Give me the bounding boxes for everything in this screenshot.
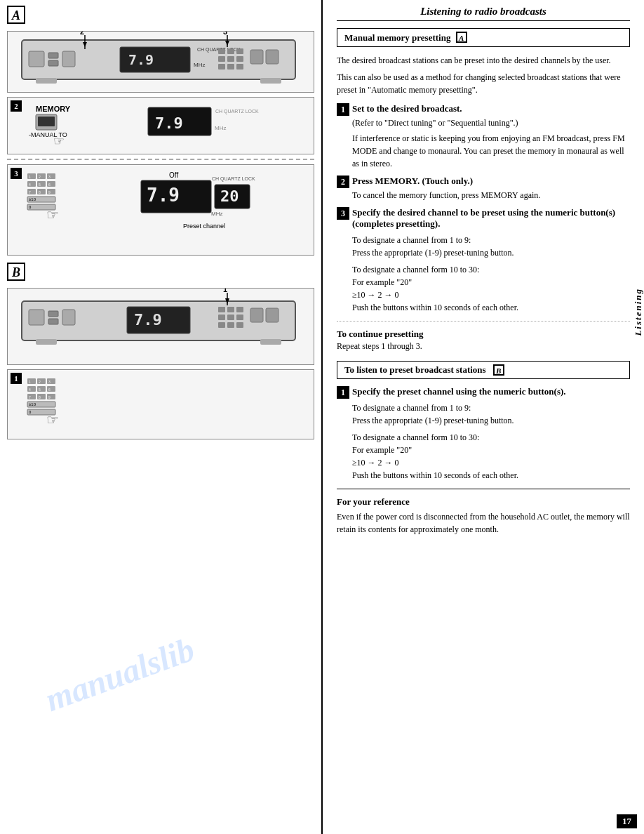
- page-title: Listening to radio broadcasts: [337, 0, 630, 21]
- step1-note1: (Refer to "Direct tuning" or "Sequential…: [352, 117, 630, 129]
- svg-rect-10: [227, 48, 234, 54]
- continue-text: Repeat steps 1 through 3.: [337, 340, 630, 352]
- svg-text:Off: Off: [169, 171, 178, 179]
- intro-text-1: The desired broadcast stations can be pr…: [337, 54, 630, 67]
- svg-text:≥10: ≥10: [29, 402, 36, 406]
- svg-text:MHz: MHz: [194, 62, 205, 68]
- section-a-badge: A: [456, 32, 467, 43]
- svg-rect-9: [218, 48, 225, 54]
- for-reference-section: For your reference Even if the power cor…: [337, 496, 630, 536]
- svg-text:4: 4: [29, 183, 31, 187]
- svg-rect-82: [227, 322, 234, 328]
- device-illustration-top: 7.9 CH QUARTZ LOCK MHz 2: [7, 31, 314, 93]
- svg-rect-71: [48, 319, 58, 324]
- svg-text:6: 6: [48, 388, 51, 392]
- svg-rect-72: [62, 310, 75, 325]
- svg-rect-76: [227, 307, 234, 312]
- radio-svg-top: 7.9 CH QUARTZ LOCK MHz 2: [8, 32, 309, 88]
- step2-badge: 2: [11, 100, 22, 112]
- svg-text:☞: ☞: [46, 207, 59, 223]
- svg-rect-85: [266, 308, 279, 322]
- step2-title: Press MEMORY. (Touch only.): [352, 176, 630, 187]
- step3-ch1-9-text: Press the appropriate (1-9) preset-tunin…: [352, 246, 630, 259]
- step1b-illustration: 1 1 2 3 4 5 6 7 8 9 ≥10 0 ☞: [7, 369, 314, 439]
- svg-rect-3: [48, 60, 58, 66]
- step3-illustration: 3 1 2 3 4 5 6 7 8 9 ≥10 0: [7, 164, 314, 256]
- step-b1-content: Specify the preset channel using the num…: [352, 386, 630, 482]
- section-a-label: A: [7, 6, 25, 24]
- step3-title: Specify the desired channel to be preset…: [352, 207, 630, 230]
- section-b-header: To listen to preset broadcast stations B: [337, 361, 630, 379]
- svg-text:7: 7: [29, 190, 31, 194]
- step1-content: Set to the desired broadcast. (Refer to …: [352, 103, 630, 170]
- section-a-title: Manual memory presetting: [344, 32, 450, 43]
- section-a-header: Manual memory presetting A: [337, 28, 630, 47]
- svg-text:20: 20: [220, 187, 239, 205]
- step-b1-ch10-30-note: Push the buttons within 10 seconds of ea…: [352, 469, 630, 482]
- svg-rect-4: [62, 51, 75, 67]
- svg-rect-19: [266, 50, 279, 64]
- svg-rect-70: [48, 311, 58, 317]
- step1b-badge: 1: [11, 373, 22, 384]
- svg-text:5: 5: [39, 183, 41, 187]
- step-b1-ch10-30-formula: ≥10 → 2 → 0: [352, 456, 630, 469]
- listening-sidebar: Listening: [631, 267, 644, 357]
- step3-ch10-30-note: Push the buttons within 10 seconds of ea…: [352, 301, 630, 314]
- step2-row: 2 Press MEMORY. (Touch only.) To cancel …: [337, 176, 630, 201]
- svg-text:1: 1: [29, 380, 31, 384]
- svg-text:7.9: 7.9: [155, 114, 183, 132]
- svg-rect-81: [218, 322, 225, 328]
- page-number: 17: [617, 814, 637, 828]
- svg-text:9: 9: [48, 190, 51, 194]
- svg-rect-69: [29, 310, 44, 325]
- section-b-badge: B: [493, 364, 504, 376]
- step3-ch1-9-title: To designate a channel from 1 to 9:: [352, 234, 630, 246]
- dashed-separator-1: [7, 159, 314, 160]
- step1-row: 1 Set to the desired broadcast. (Refer t…: [337, 103, 630, 170]
- svg-text:Preset channel: Preset channel: [183, 223, 225, 230]
- ref-title: For your reference: [337, 496, 630, 508]
- svg-text:≥10: ≥10: [29, 197, 36, 201]
- step1b-svg: 1 2 3 4 5 6 7 8 9 ≥10 0 ☞: [8, 370, 302, 437]
- svg-text:CH   QUARTZ  LOCK: CH QUARTZ LOCK: [215, 109, 259, 114]
- svg-text:☞: ☞: [46, 412, 59, 428]
- continue-section: To continue presetting Repeat steps 1 th…: [337, 329, 630, 352]
- ref-separator: [337, 489, 630, 489]
- step3-badge: 3: [11, 168, 22, 179]
- svg-rect-1: [29, 51, 44, 67]
- svg-text:4: 4: [29, 388, 31, 392]
- svg-rect-12: [218, 56, 225, 62]
- svg-text:☞: ☞: [53, 134, 65, 148]
- step-b1-ch10-30-example: For example "20": [352, 444, 630, 456]
- svg-rect-11: [236, 48, 243, 54]
- step-b1-ch10-30-title: To designate a channel form 10 to 30:: [352, 431, 630, 444]
- step3-num: 3: [337, 207, 349, 220]
- svg-rect-75: [218, 307, 225, 312]
- svg-text:2: 2: [39, 380, 41, 384]
- svg-text:8: 8: [39, 190, 41, 194]
- svg-rect-14: [236, 56, 243, 62]
- continue-title: To continue presetting: [337, 329, 630, 340]
- svg-text:MHz: MHz: [211, 211, 222, 217]
- svg-text:5: 5: [39, 388, 41, 392]
- step2-num: 2: [337, 176, 349, 188]
- step3-ch10-30-title: To designate a channel form 10 to 30:: [352, 263, 630, 276]
- radio-svg-b: 7.9 1: [8, 289, 309, 363]
- svg-rect-30: [38, 117, 55, 126]
- section-b-title: To listen to preset broadcast stations: [344, 364, 486, 376]
- svg-rect-87: [260, 339, 281, 345]
- svg-rect-77: [236, 307, 243, 312]
- svg-text:3: 3: [48, 175, 51, 179]
- svg-text:8: 8: [39, 395, 41, 399]
- step-b1-ch1-9-text: Press the appropriate (1-9) preset-tunin…: [352, 414, 630, 427]
- step1-num: 1: [337, 103, 349, 116]
- dotted-sep-right: [337, 321, 630, 322]
- svg-text:2: 2: [80, 32, 84, 36]
- device-illustration-b: 7.9 1: [7, 288, 314, 365]
- svg-text:1: 1: [29, 175, 31, 179]
- svg-text:6: 6: [48, 183, 51, 187]
- svg-rect-15: [218, 64, 225, 70]
- watermark: manualslib: [40, 630, 199, 719]
- step-b1-row: 1 Specify the preset channel using the n…: [337, 386, 630, 482]
- svg-text:2: 2: [39, 175, 41, 179]
